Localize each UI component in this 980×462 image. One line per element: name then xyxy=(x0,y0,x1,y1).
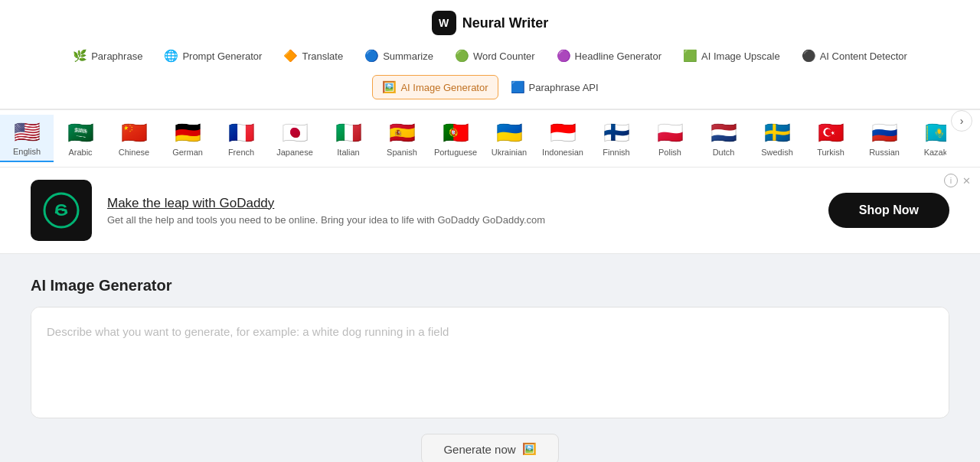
lang-item-german[interactable]: 🇩🇪 German xyxy=(161,116,214,161)
nav-translate[interactable]: 🔶 Translate xyxy=(274,44,352,67)
ad-info-button[interactable]: i xyxy=(944,174,958,187)
lang-item-dutch[interactable]: 🇳🇱 Dutch xyxy=(697,116,750,161)
nav-summarize-label: Summarize xyxy=(383,50,433,62)
lang-flag-french: 🇫🇷 xyxy=(224,120,259,145)
lang-item-english[interactable]: 🇺🇸 English xyxy=(0,115,54,162)
nav-detector-label: AI Content Detector xyxy=(820,50,907,62)
ad-banner-container: G Make the leap with GoDaddy Get all the… xyxy=(0,168,980,254)
ad-logo: G xyxy=(31,180,92,241)
ad-controls: i ✕ xyxy=(944,174,971,187)
upscale-icon: 🟩 xyxy=(683,49,697,63)
lang-label-indonesian: Indonesian xyxy=(542,148,583,157)
nav-word-counter-label: Word Counter xyxy=(473,50,535,62)
lang-item-chinese[interactable]: 🇨🇳 Chinese xyxy=(107,116,161,161)
nav-headline-generator[interactable]: 🟣 Headline Generator xyxy=(547,44,671,67)
nav-ai-upscale[interactable]: 🟩 AI Image Upscale xyxy=(674,44,789,67)
lang-label-chinese: Chinese xyxy=(119,148,149,157)
lang-item-french[interactable]: 🇫🇷 French xyxy=(214,116,268,161)
lang-label-finnish: Finnish xyxy=(603,148,629,157)
lang-label-dutch: Dutch xyxy=(713,148,735,157)
lang-item-spanish[interactable]: 🇪🇸 Spanish xyxy=(375,116,429,161)
lang-flag-turkish: 🇹🇷 xyxy=(813,120,848,145)
lang-item-portuguese[interactable]: 🇵🇹 Portuguese xyxy=(429,116,482,161)
lang-label-spanish: Spanish xyxy=(387,148,417,157)
lang-label-portuguese: Portuguese xyxy=(434,148,477,157)
lang-flag-arabic: 🇸🇦 xyxy=(63,120,98,145)
paraphrase-icon: 🌿 xyxy=(73,49,87,63)
lang-item-polish[interactable]: 🇵🇱 Polish xyxy=(643,116,697,161)
generate-button-label: Generate now xyxy=(443,443,515,456)
lang-label-italian: Italian xyxy=(337,148,359,157)
nav-image-gen-label: AI Image Generator xyxy=(400,82,488,93)
lang-item-arabic[interactable]: 🇸🇦 Arabic xyxy=(54,116,107,161)
section-title: AI Image Generator xyxy=(31,277,949,294)
image-gen-icon: 🖼️ xyxy=(382,80,397,94)
nav-prompt-label: Prompt Generator xyxy=(182,50,262,62)
nav-ai-image-generator[interactable]: 🖼️ AI Image Generator xyxy=(372,75,498,99)
nav-content-detector[interactable]: ⚫ AI Content Detector xyxy=(792,44,916,67)
lang-flag-indonesian: 🇮🇩 xyxy=(545,120,580,145)
generate-row: Generate now 🖼️ xyxy=(31,434,949,462)
nav-row-1: 🌿 Paraphrase 🌐 Prompt Generator 🔶 Transl… xyxy=(0,44,980,75)
lang-item-ukrainian[interactable]: 🇺🇦 Ukrainian xyxy=(482,116,536,161)
nav-headline-label: Headline Generator xyxy=(575,50,662,62)
lang-item-swedish[interactable]: 🇸🇪 Swedish xyxy=(750,116,804,161)
lang-item-italian[interactable]: 🇮🇹 Italian xyxy=(322,116,375,161)
ad-close-button[interactable]: ✕ xyxy=(962,175,971,187)
translate-icon: 🔶 xyxy=(283,49,298,63)
nav-word-counter[interactable]: 🟢 Word Counter xyxy=(446,44,544,67)
prompt-icon: 🌐 xyxy=(164,49,178,63)
lang-next-button[interactable]: › xyxy=(951,110,972,132)
lang-flag-polish: 🇵🇱 xyxy=(652,120,688,145)
lang-flag-finnish: 🇫🇮 xyxy=(599,120,634,145)
page-wrapper: W Neural Writer 🌿 Paraphrase 🌐 Prompt Ge… xyxy=(0,0,980,462)
headline-icon: 🟣 xyxy=(557,49,571,63)
lang-label-french: French xyxy=(228,148,254,157)
header: W Neural Writer 🌿 Paraphrase 🌐 Prompt Ge… xyxy=(0,0,980,109)
language-scroll: 🇺🇸 English 🇸🇦 Arabic 🇨🇳 Chinese 🇩🇪 Germa… xyxy=(0,110,946,167)
logo-text: Neural Writer xyxy=(462,15,549,31)
generate-button[interactable]: Generate now 🖼️ xyxy=(421,434,558,462)
lang-flag-russian: 🇷🇺 xyxy=(867,120,902,145)
lang-flag-portuguese: 🇵🇹 xyxy=(438,120,473,145)
lang-item-turkish[interactable]: 🇹🇷 Turkish xyxy=(804,116,858,161)
api-icon: 🟦 xyxy=(511,80,525,94)
language-bar: 🇺🇸 English 🇸🇦 Arabic 🇨🇳 Chinese 🇩🇪 Germa… xyxy=(0,109,980,168)
lang-item-japanese[interactable]: 🇯🇵 Japanese xyxy=(268,116,322,161)
image-description-input[interactable] xyxy=(31,307,949,415)
lang-item-kazakh[interactable]: 🇰🇿 Kazakh xyxy=(911,116,946,161)
lang-flag-german: 🇩🇪 xyxy=(170,120,205,145)
lang-flag-spanish: 🇪🇸 xyxy=(384,120,420,145)
lang-label-arabic: Arabic xyxy=(68,148,92,157)
nav-prompt-generator[interactable]: 🌐 Prompt Generator xyxy=(155,44,271,67)
logo-icon: W xyxy=(432,11,456,35)
lang-label-polish: Polish xyxy=(658,148,681,157)
nav-paraphrase[interactable]: 🌿 Paraphrase xyxy=(64,44,152,67)
ad-description: Get all the help and tools you need to b… xyxy=(107,214,813,226)
lang-label-swedish: Swedish xyxy=(761,148,793,157)
lang-flag-chinese: 🇨🇳 xyxy=(116,120,152,145)
lang-flag-italian: 🇮🇹 xyxy=(331,120,366,145)
lang-item-russian[interactable]: 🇷🇺 Russian xyxy=(858,116,911,161)
lang-flag-japanese: 🇯🇵 xyxy=(277,120,312,145)
main-content: AI Image Generator Generate now 🖼️ xyxy=(0,254,980,462)
lang-flag-kazakh: 🇰🇿 xyxy=(920,120,946,145)
lang-item-finnish[interactable]: 🇫🇮 Finnish xyxy=(590,116,643,161)
lang-label-ukrainian: Ukrainian xyxy=(492,148,527,157)
nav-paraphrase-api[interactable]: 🟦 Paraphrase API xyxy=(501,76,608,99)
lang-flag-english: 🇺🇸 xyxy=(9,119,44,144)
textarea-wrapper xyxy=(31,307,949,418)
lang-flag-swedish: 🇸🇪 xyxy=(760,120,795,145)
lang-item-indonesian[interactable]: 🇮🇩 Indonesian xyxy=(536,116,590,161)
summarize-icon: 🔵 xyxy=(364,49,379,63)
ad-banner: G Make the leap with GoDaddy Get all the… xyxy=(0,168,980,254)
logo-row: W Neural Writer xyxy=(0,11,980,35)
detector-icon: ⚫ xyxy=(802,49,816,63)
nav-upscale-label: AI Image Upscale xyxy=(701,50,780,62)
lang-label-kazakh: Kazakh xyxy=(924,148,946,157)
lang-flag-dutch: 🇳🇱 xyxy=(706,120,741,145)
nav-summarize[interactable]: 🔵 Summarize xyxy=(355,44,443,67)
ad-title: Make the leap with GoDaddy xyxy=(107,196,813,211)
lang-label-russian: Russian xyxy=(869,148,900,157)
ad-shop-button[interactable]: Shop Now xyxy=(828,193,949,228)
